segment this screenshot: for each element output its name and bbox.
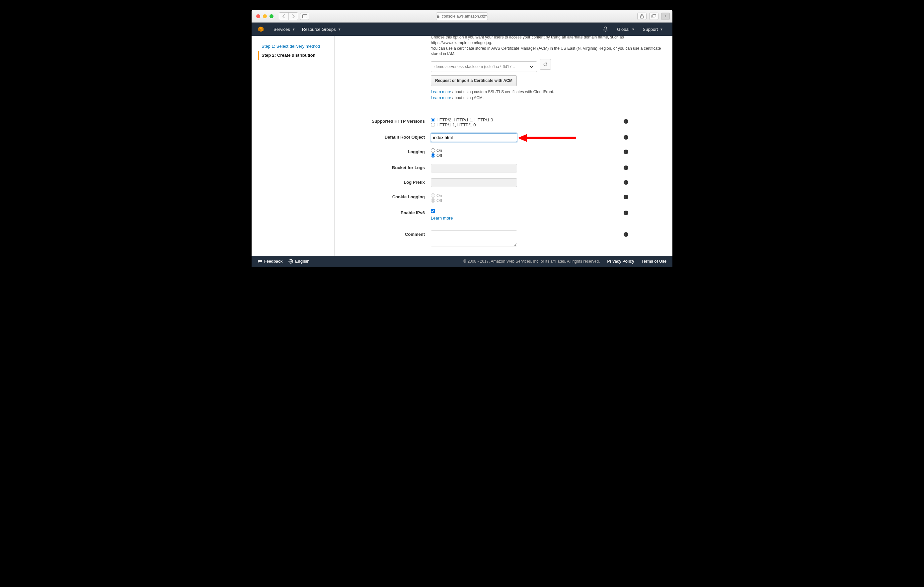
- window-minimize-button[interactable]: [263, 14, 267, 18]
- services-menu[interactable]: Services▼: [270, 27, 299, 32]
- share-button[interactable]: [637, 13, 647, 20]
- ipv6-learn-more-link[interactable]: Learn more: [431, 215, 453, 220]
- logging-label: Logging: [344, 148, 431, 154]
- default-root-label: Default Root Object: [344, 133, 431, 140]
- info-icon[interactable]: [623, 180, 629, 185]
- http-versions-label: Supported HTTP Versions: [344, 117, 431, 124]
- svg-rect-15: [625, 151, 626, 153]
- notifications-icon[interactable]: [602, 26, 608, 32]
- svg-rect-11: [625, 136, 626, 136]
- svg-rect-0: [303, 14, 307, 18]
- region-label: Global: [617, 27, 630, 32]
- step-1-link[interactable]: Step 1: Select delivery method: [258, 42, 330, 51]
- reload-button[interactable]: [482, 14, 485, 18]
- http-versions-opt2[interactable]: HTTP/1.1, HTTP/1.0: [431, 122, 517, 127]
- browser-titlebar: console.aws.amazon.com +: [252, 10, 672, 23]
- svg-rect-21: [625, 182, 626, 184]
- info-icon[interactable]: [623, 194, 629, 200]
- speech-bubble-icon: [257, 259, 262, 264]
- svg-rect-24: [625, 197, 626, 198]
- cookie-logging-label: Cookie Logging: [344, 193, 431, 199]
- support-label: Support: [643, 27, 658, 32]
- sidebar-toggle-button[interactable]: [300, 13, 309, 20]
- ssl-help-line2: You can use a certificate stored in AWS …: [431, 46, 663, 57]
- bucket-logs-input[interactable]: [431, 164, 517, 173]
- resource-groups-menu[interactable]: Resource Groups▼: [299, 27, 345, 32]
- region-menu[interactable]: Global▼: [614, 27, 638, 32]
- comment-textarea[interactable]: [431, 230, 517, 247]
- info-icon[interactable]: [623, 232, 629, 237]
- ssl-help-text: Choose this option if you want your user…: [431, 36, 663, 101]
- chevron-down-icon: [530, 65, 533, 68]
- url-host: console.aws.amazon.com: [442, 14, 488, 18]
- svg-rect-22: [625, 181, 626, 182]
- cookie-logging-on: On: [431, 193, 517, 198]
- svg-rect-4: [652, 15, 655, 18]
- ipv6-label: Enable IPv6: [344, 209, 431, 215]
- step-2-active: Step 2: Create distribution: [258, 51, 330, 60]
- info-icon[interactable]: [623, 135, 629, 140]
- svg-rect-5: [652, 14, 656, 17]
- copyright-text: © 2008 - 2017, Amazon Web Services, Inc.…: [463, 259, 600, 264]
- window-controls: [256, 14, 274, 18]
- resource-groups-label: Resource Groups: [302, 27, 336, 32]
- aws-header: Services▼ Resource Groups▼ Global▼ Suppo…: [252, 23, 672, 36]
- support-menu[interactable]: Support▼: [640, 27, 667, 32]
- lock-icon: [436, 14, 440, 18]
- info-icon[interactable]: [623, 210, 629, 215]
- ipv6-checkbox[interactable]: [431, 209, 435, 213]
- log-prefix-input[interactable]: [431, 178, 517, 187]
- globe-icon: [289, 259, 293, 264]
- svg-rect-7: [625, 121, 626, 123]
- info-icon[interactable]: [623, 119, 629, 124]
- language-button[interactable]: English: [289, 259, 309, 264]
- svg-rect-19: [625, 166, 626, 167]
- ssl-learn-more: Learn more about using custom SSL/TLS ce…: [431, 89, 663, 101]
- window-close-button[interactable]: [256, 14, 260, 18]
- aws-logo-icon[interactable]: [257, 26, 264, 33]
- forward-button[interactable]: [289, 13, 298, 20]
- learn-more-ssl-link[interactable]: Learn more: [431, 90, 451, 94]
- info-icon[interactable]: [623, 149, 629, 155]
- aws-footer: Feedback English © 2008 - 2017, Amazon W…: [252, 256, 672, 267]
- learn-more-acm-link[interactable]: Learn more: [431, 95, 451, 100]
- cookie-logging-off: Off: [431, 198, 517, 203]
- bucket-logs-label: Bucket for Logs: [344, 164, 431, 170]
- refresh-certificates-button[interactable]: [540, 59, 551, 70]
- ssl-help-line1: Choose this option if you want your user…: [431, 36, 663, 46]
- form-area: Choose this option if you want your user…: [335, 36, 672, 256]
- logging-off[interactable]: Off: [431, 153, 517, 158]
- svg-rect-31: [625, 233, 626, 234]
- privacy-policy-link[interactable]: Privacy Policy: [607, 259, 634, 264]
- services-label: Services: [274, 27, 290, 32]
- back-button[interactable]: [279, 13, 289, 20]
- default-root-input[interactable]: [431, 133, 517, 142]
- wizard-steps: Step 1: Select delivery method Step 2: C…: [252, 36, 335, 256]
- tabs-button[interactable]: [649, 13, 658, 20]
- svg-rect-16: [625, 151, 626, 151]
- svg-rect-2: [437, 16, 439, 18]
- feedback-button[interactable]: Feedback: [257, 259, 282, 264]
- request-certificate-button[interactable]: Request or Import a Certificate with ACM: [431, 75, 517, 86]
- svg-rect-18: [625, 168, 626, 169]
- url-bar[interactable]: console.aws.amazon.com: [436, 12, 488, 20]
- new-tab-button[interactable]: +: [661, 13, 670, 20]
- content: Step 1: Select delivery method Step 2: C…: [252, 36, 672, 256]
- svg-rect-8: [625, 120, 626, 121]
- svg-rect-10: [625, 137, 626, 139]
- http-versions-opt1[interactable]: HTTP/2, HTTP/1.1, HTTP/1.0: [431, 117, 517, 122]
- certificate-select[interactable]: demo.serverless-stack.com (ccfc6aa7-6d17…: [431, 61, 537, 72]
- nav-buttons: [279, 12, 298, 20]
- svg-rect-25: [625, 196, 626, 196]
- comment-label: Comment: [344, 230, 431, 237]
- svg-rect-28: [625, 212, 626, 212]
- browser-window: console.aws.amazon.com + Services▼ Resou…: [252, 10, 672, 267]
- logging-on[interactable]: On: [431, 148, 517, 153]
- log-prefix-label: Log Prefix: [344, 178, 431, 185]
- terms-of-use-link[interactable]: Terms of Use: [642, 259, 667, 264]
- info-icon[interactable]: [623, 165, 629, 171]
- window-zoom-button[interactable]: [269, 14, 274, 18]
- svg-rect-27: [625, 212, 626, 214]
- svg-rect-30: [625, 234, 626, 236]
- certificate-selected-value: demo.serverless-stack.com (ccfc6aa7-6d17…: [434, 64, 515, 70]
